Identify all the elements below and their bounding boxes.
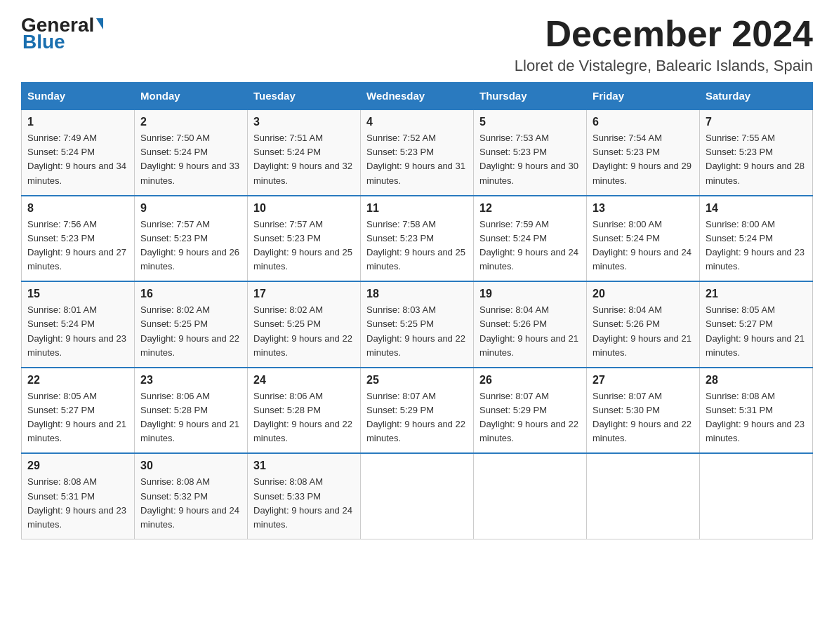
table-row: 14 Sunrise: 8:00 AMSunset: 5:24 PMDaylig… xyxy=(700,196,813,282)
day-number: 28 xyxy=(706,374,807,387)
day-number: 29 xyxy=(27,459,128,472)
day-info: Sunrise: 8:03 AMSunset: 5:25 PMDaylight:… xyxy=(366,304,465,357)
table-row: 25 Sunrise: 8:07 AMSunset: 5:29 PMDaylig… xyxy=(361,368,474,454)
table-row: 8 Sunrise: 7:56 AMSunset: 5:23 PMDayligh… xyxy=(22,196,135,282)
table-row: 29 Sunrise: 8:08 AMSunset: 5:31 PMDaylig… xyxy=(22,453,135,539)
day-number: 14 xyxy=(706,202,807,215)
day-info: Sunrise: 7:54 AMSunset: 5:23 PMDaylight:… xyxy=(593,133,691,185)
table-row: 19 Sunrise: 8:04 AMSunset: 5:26 PMDaylig… xyxy=(474,281,587,368)
day-number: 12 xyxy=(479,202,581,215)
day-info: Sunrise: 8:08 AMSunset: 5:33 PMDaylight:… xyxy=(253,476,352,529)
col-friday: Friday xyxy=(587,83,700,110)
table-row: 23 Sunrise: 8:06 AMSunset: 5:28 PMDaylig… xyxy=(135,368,248,454)
day-info: Sunrise: 8:00 AMSunset: 5:24 PMDaylight:… xyxy=(593,219,691,271)
day-info: Sunrise: 8:00 AMSunset: 5:24 PMDaylight:… xyxy=(706,219,805,271)
calendar-week-row: 8 Sunrise: 7:56 AMSunset: 5:23 PMDayligh… xyxy=(22,196,813,282)
day-number: 27 xyxy=(593,374,694,387)
calendar-week-row: 15 Sunrise: 8:01 AMSunset: 5:24 PMDaylig… xyxy=(22,281,813,368)
day-info: Sunrise: 8:08 AMSunset: 5:32 PMDaylight:… xyxy=(140,476,239,529)
calendar-week-row: 1 Sunrise: 7:49 AMSunset: 5:24 PMDayligh… xyxy=(22,109,813,196)
day-number: 10 xyxy=(253,202,355,215)
day-number: 19 xyxy=(479,288,581,300)
table-row: 4 Sunrise: 7:52 AMSunset: 5:23 PMDayligh… xyxy=(361,109,474,196)
col-sunday: Sunday xyxy=(22,83,135,110)
day-info: Sunrise: 8:08 AMSunset: 5:31 PMDaylight:… xyxy=(706,391,805,443)
day-number: 24 xyxy=(253,374,355,387)
table-row: 2 Sunrise: 7:50 AMSunset: 5:24 PMDayligh… xyxy=(135,109,248,196)
day-number: 25 xyxy=(366,374,468,387)
table-row: 5 Sunrise: 7:53 AMSunset: 5:23 PMDayligh… xyxy=(474,109,587,196)
table-row: 11 Sunrise: 7:58 AMSunset: 5:23 PMDaylig… xyxy=(361,196,474,282)
day-number: 22 xyxy=(27,374,128,387)
day-info: Sunrise: 7:58 AMSunset: 5:23 PMDaylight:… xyxy=(366,219,465,271)
col-wednesday: Wednesday xyxy=(361,83,474,110)
day-info: Sunrise: 7:59 AMSunset: 5:24 PMDaylight:… xyxy=(479,219,578,271)
table-row xyxy=(474,453,587,539)
table-row: 3 Sunrise: 7:51 AMSunset: 5:24 PMDayligh… xyxy=(248,109,361,196)
day-number: 5 xyxy=(479,116,581,128)
col-monday: Monday xyxy=(135,83,248,110)
day-number: 16 xyxy=(140,288,241,300)
day-info: Sunrise: 7:50 AMSunset: 5:24 PMDaylight:… xyxy=(140,133,239,185)
col-thursday: Thursday xyxy=(474,83,587,110)
day-info: Sunrise: 8:06 AMSunset: 5:28 PMDaylight:… xyxy=(253,391,352,443)
title-section: December 2024 Lloret de Vistalegre, Bale… xyxy=(515,14,813,75)
logo: General Blue xyxy=(21,14,103,53)
table-row: 10 Sunrise: 7:57 AMSunset: 5:23 PMDaylig… xyxy=(248,196,361,282)
calendar-table: Sunday Monday Tuesday Wednesday Thursday… xyxy=(21,82,813,539)
table-row: 6 Sunrise: 7:54 AMSunset: 5:23 PMDayligh… xyxy=(587,109,700,196)
day-info: Sunrise: 8:08 AMSunset: 5:31 PMDaylight:… xyxy=(27,476,126,529)
table-row: 7 Sunrise: 7:55 AMSunset: 5:23 PMDayligh… xyxy=(700,109,813,196)
month-title: December 2024 xyxy=(515,14,813,54)
col-tuesday: Tuesday xyxy=(248,83,361,110)
day-info: Sunrise: 8:06 AMSunset: 5:28 PMDaylight:… xyxy=(140,391,239,443)
location-title: Lloret de Vistalegre, Balearic Islands, … xyxy=(515,57,813,75)
day-info: Sunrise: 7:57 AMSunset: 5:23 PMDaylight:… xyxy=(253,219,352,271)
table-row: 12 Sunrise: 7:59 AMSunset: 5:24 PMDaylig… xyxy=(474,196,587,282)
table-row: 28 Sunrise: 8:08 AMSunset: 5:31 PMDaylig… xyxy=(700,368,813,454)
day-number: 31 xyxy=(253,459,355,472)
table-row xyxy=(587,453,700,539)
day-number: 4 xyxy=(366,116,468,128)
table-row xyxy=(700,453,813,539)
table-row: 31 Sunrise: 8:08 AMSunset: 5:33 PMDaylig… xyxy=(248,453,361,539)
table-row: 26 Sunrise: 8:07 AMSunset: 5:29 PMDaylig… xyxy=(474,368,587,454)
day-info: Sunrise: 8:07 AMSunset: 5:30 PMDaylight:… xyxy=(593,391,691,443)
table-row: 9 Sunrise: 7:57 AMSunset: 5:23 PMDayligh… xyxy=(135,196,248,282)
table-row: 17 Sunrise: 8:02 AMSunset: 5:25 PMDaylig… xyxy=(248,281,361,368)
logo-arrow-icon xyxy=(96,18,103,29)
day-info: Sunrise: 8:04 AMSunset: 5:26 PMDaylight:… xyxy=(593,304,691,357)
table-row: 21 Sunrise: 8:05 AMSunset: 5:27 PMDaylig… xyxy=(700,281,813,368)
day-info: Sunrise: 8:02 AMSunset: 5:25 PMDaylight:… xyxy=(253,304,352,357)
day-number: 6 xyxy=(593,116,694,128)
day-info: Sunrise: 7:51 AMSunset: 5:24 PMDaylight:… xyxy=(253,133,352,185)
day-number: 7 xyxy=(706,116,807,128)
day-info: Sunrise: 7:55 AMSunset: 5:23 PMDaylight:… xyxy=(706,133,805,185)
table-row: 15 Sunrise: 8:01 AMSunset: 5:24 PMDaylig… xyxy=(22,281,135,368)
day-info: Sunrise: 7:53 AMSunset: 5:23 PMDaylight:… xyxy=(479,133,578,185)
day-info: Sunrise: 7:49 AMSunset: 5:24 PMDaylight:… xyxy=(27,133,126,185)
day-number: 30 xyxy=(140,459,241,472)
day-number: 8 xyxy=(27,202,128,215)
day-info: Sunrise: 8:07 AMSunset: 5:29 PMDaylight:… xyxy=(479,391,578,443)
day-number: 2 xyxy=(140,116,241,128)
day-info: Sunrise: 7:57 AMSunset: 5:23 PMDaylight:… xyxy=(140,219,239,271)
table-row: 18 Sunrise: 8:03 AMSunset: 5:25 PMDaylig… xyxy=(361,281,474,368)
day-number: 11 xyxy=(366,202,468,215)
table-row: 20 Sunrise: 8:04 AMSunset: 5:26 PMDaylig… xyxy=(587,281,700,368)
day-number: 1 xyxy=(27,116,128,128)
table-row: 27 Sunrise: 8:07 AMSunset: 5:30 PMDaylig… xyxy=(587,368,700,454)
table-row: 13 Sunrise: 8:00 AMSunset: 5:24 PMDaylig… xyxy=(587,196,700,282)
day-info: Sunrise: 8:01 AMSunset: 5:24 PMDaylight:… xyxy=(27,304,126,357)
logo-blue: Blue xyxy=(22,31,65,53)
day-number: 21 xyxy=(706,288,807,300)
day-number: 20 xyxy=(593,288,694,300)
day-number: 3 xyxy=(253,116,355,128)
day-info: Sunrise: 7:56 AMSunset: 5:23 PMDaylight:… xyxy=(27,219,126,271)
table-row: 16 Sunrise: 8:02 AMSunset: 5:25 PMDaylig… xyxy=(135,281,248,368)
day-info: Sunrise: 7:52 AMSunset: 5:23 PMDaylight:… xyxy=(366,133,465,185)
table-row xyxy=(361,453,474,539)
table-row: 30 Sunrise: 8:08 AMSunset: 5:32 PMDaylig… xyxy=(135,453,248,539)
col-saturday: Saturday xyxy=(700,83,813,110)
day-number: 17 xyxy=(253,288,355,300)
